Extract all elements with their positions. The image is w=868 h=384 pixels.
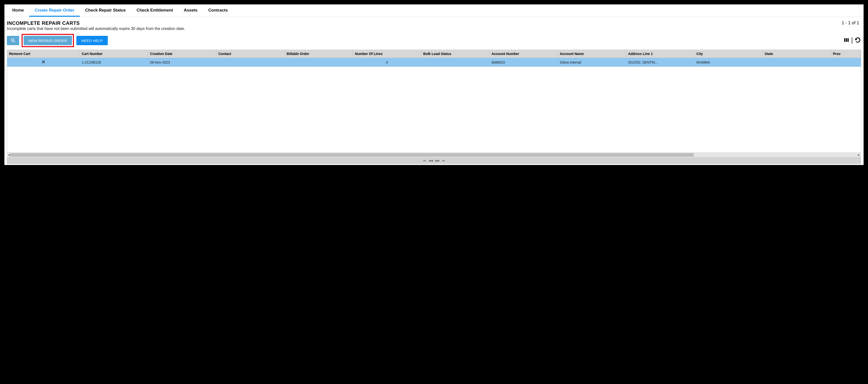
table-container: Remove Cart Cart Number Creation Date Co… [4,50,864,67]
columns-icon [844,37,849,44]
col-account-number[interactable]: Account Number [489,50,558,58]
pager-next-icon[interactable]: ▶▶ [435,159,440,162]
pager-first-icon[interactable]: ⏮ [423,159,426,162]
number-of-lines-cell: 0 [353,58,421,67]
nav-tab-home[interactable]: Home [7,4,29,17]
nav-tab-contracts[interactable]: Contracts [203,4,233,17]
nav-tab-create-repair-order[interactable]: Create Repair Order [29,4,80,17]
table-header-row: Remove Cart Cart Number Creation Date Co… [7,50,861,58]
columns-button[interactable] [843,37,850,44]
toolbar-divider [852,37,852,44]
col-number-of-lines[interactable]: Number Of Lines [353,50,421,58]
account-number-cell: 6088923 [489,58,558,67]
address-line-1-cell: 201/202, SENTIN… [626,58,694,67]
scroll-left-arrow[interactable]: ◄ [8,153,10,157]
svg-line-1 [13,41,15,42]
billable-order-cell [285,58,353,67]
scroll-right-arrow[interactable]: ► [858,153,860,157]
col-remove-cart[interactable]: Remove Cart [7,50,80,58]
horizontal-scrollbar[interactable]: ◄ ► [7,153,861,157]
city-cell: MUMBAI [694,58,763,67]
col-city[interactable]: City [694,50,763,58]
pager-last-icon[interactable]: ⏭ [442,159,445,162]
toolbar-right [843,37,861,44]
account-name-cell: Zebra Internal [558,58,626,67]
app-window: Home Create Repair Order Check Repair St… [4,4,864,165]
col-state[interactable]: State [763,50,831,58]
creation-date-cell: 09-Nov-2023 [148,58,216,67]
prov-cell [831,58,861,67]
pager-prev-icon[interactable]: ◀◀ [429,159,433,162]
close-icon [41,61,45,65]
search-button[interactable] [7,36,19,45]
svg-rect-4 [848,38,849,42]
table-row[interactable]: 1-2C26B126 09-Nov-2023 0 6088923 Zebra I… [7,58,861,67]
refresh-button[interactable] [854,37,861,44]
scroll-thumb[interactable] [10,153,694,157]
col-address-line-1[interactable]: Address Line 1 [626,50,694,58]
cart-number-cell[interactable]: 1-2C26B126 [80,58,148,67]
remove-cart-cell[interactable] [7,58,80,67]
page-subtitle: Incomplete carts that have not been subm… [7,27,861,31]
new-repair-order-button[interactable]: NEW REPAIR ORDER [24,36,72,45]
col-cart-number[interactable]: Cart Number [80,50,148,58]
col-prov[interactable]: Prov [831,50,861,58]
col-bulk-load-status[interactable]: Bulk Load Status [421,50,489,58]
contact-cell [216,58,285,67]
toolbar: NEW REPAIR ORDER NEED HELP [4,32,864,50]
top-nav: Home Create Repair Order Check Repair St… [4,4,864,17]
need-help-button[interactable]: NEED HELP [76,36,108,45]
grid-empty-space [7,67,861,153]
refresh-icon [855,37,861,44]
page-title: INCOMPLETE REPAIR CARTS [7,20,861,26]
nav-tab-check-repair-status[interactable]: Check Repair Status [80,4,131,17]
bulk-load-status-cell [421,58,489,67]
col-contact[interactable]: Contact [216,50,285,58]
svg-rect-3 [846,38,847,42]
page-header: INCOMPLETE REPAIR CARTS Incomplete carts… [4,17,864,32]
pager-strip: ⏮ ◀◀ ▶▶ ⏭ [7,157,861,164]
col-billable-order[interactable]: Billable Order [285,50,353,58]
nav-tab-check-entitlement[interactable]: Check Entitlement [131,4,178,17]
new-repair-order-highlight: NEW REPAIR ORDER [22,34,74,47]
col-account-name[interactable]: Account Name [558,50,626,58]
search-icon [11,38,15,43]
state-cell [763,58,831,67]
svg-rect-2 [844,38,845,42]
nav-tab-assets[interactable]: Assets [178,4,203,17]
carts-grid: Remove Cart Cart Number Creation Date Co… [7,50,861,67]
pager-info: 1 - 1 of 1 [842,20,859,26]
col-creation-date[interactable]: Creation Date [148,50,216,58]
